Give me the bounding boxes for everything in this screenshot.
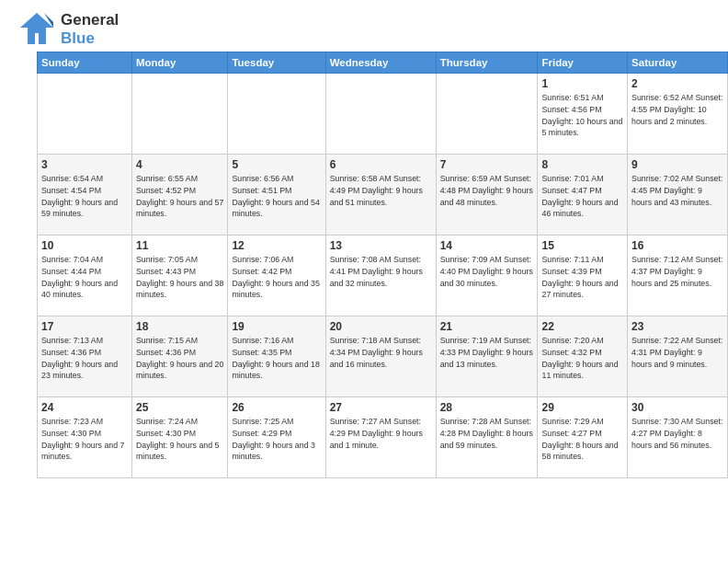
calendar-cell: 8Sunrise: 7:01 AM Sunset: 4:47 PM Daylig… [538,155,628,236]
day-info: Sunrise: 7:02 AM Sunset: 4:45 PM Dayligh… [631,173,723,208]
day-info: Sunrise: 7:19 AM Sunset: 4:33 PM Dayligh… [440,335,534,370]
day-number: 15 [541,239,623,252]
day-number: 30 [631,401,723,414]
day-info: Sunrise: 7:22 AM Sunset: 4:31 PM Dayligh… [631,335,723,370]
day-info: Sunrise: 7:05 AM Sunset: 4:43 PM Dayligh… [136,254,223,301]
day-number: 19 [232,320,321,333]
day-number: 1 [541,77,623,90]
day-info: Sunrise: 7:25 AM Sunset: 4:29 PM Dayligh… [232,416,321,463]
day-number: 18 [136,320,223,333]
day-number: 13 [330,239,432,252]
day-info: Sunrise: 6:58 AM Sunset: 4:49 PM Dayligh… [330,173,432,208]
day-info: Sunrise: 7:11 AM Sunset: 4:39 PM Dayligh… [541,254,623,301]
day-info: Sunrise: 7:27 AM Sunset: 4:29 PM Dayligh… [330,416,432,451]
day-number: 4 [136,158,223,171]
day-number: 21 [440,320,534,333]
calendar-cell: 5Sunrise: 6:56 AM Sunset: 4:51 PM Daylig… [228,155,325,236]
logo-icon [18,11,55,48]
calendar-cell [436,74,538,155]
day-info: Sunrise: 7:13 AM Sunset: 4:36 PM Dayligh… [41,335,128,382]
calendar-cell: 3Sunrise: 6:54 AM Sunset: 4:54 PM Daylig… [38,155,132,236]
logo-text: General Blue [61,11,119,47]
calendar-cell: 21Sunrise: 7:19 AM Sunset: 4:33 PM Dayli… [436,316,538,397]
day-number: 12 [232,239,321,252]
weekday-header-saturday: Saturday [628,52,728,74]
calendar-cell [228,74,325,155]
calendar-cell: 17Sunrise: 7:13 AM Sunset: 4:36 PM Dayli… [38,316,132,397]
day-number: 26 [232,401,321,414]
calendar-cell [131,74,227,155]
day-number: 3 [41,158,128,171]
day-info: Sunrise: 7:16 AM Sunset: 4:35 PM Dayligh… [232,335,321,382]
calendar-cell: 1Sunrise: 6:51 AM Sunset: 4:56 PM Daylig… [538,74,628,155]
day-number: 27 [330,401,432,414]
calendar-cell: 20Sunrise: 7:18 AM Sunset: 4:34 PM Dayli… [325,316,436,397]
day-number: 7 [440,158,534,171]
calendar-table: SundayMondayTuesdayWednesdayThursdayFrid… [37,52,728,478]
calendar-cell: 7Sunrise: 6:59 AM Sunset: 4:48 PM Daylig… [436,155,538,236]
weekday-header-thursday: Thursday [436,52,538,74]
day-info: Sunrise: 7:09 AM Sunset: 4:40 PM Dayligh… [440,254,534,289]
calendar-cell: 15Sunrise: 7:11 AM Sunset: 4:39 PM Dayli… [538,236,628,316]
weekday-header-monday: Monday [131,52,227,74]
day-number: 24 [41,401,128,414]
day-number: 20 [330,320,432,333]
weekday-header-sunday: Sunday [38,52,132,74]
calendar-cell: 23Sunrise: 7:22 AM Sunset: 4:31 PM Dayli… [628,316,728,397]
header: General Blue [0,0,728,52]
calendar-cell: 26Sunrise: 7:25 AM Sunset: 4:29 PM Dayli… [228,397,325,478]
day-info: Sunrise: 7:06 AM Sunset: 4:42 PM Dayligh… [232,254,321,301]
day-number: 28 [440,401,534,414]
day-info: Sunrise: 7:04 AM Sunset: 4:44 PM Dayligh… [41,254,128,301]
day-info: Sunrise: 7:28 AM Sunset: 4:28 PM Dayligh… [440,416,534,451]
day-number: 2 [631,77,723,90]
calendar-cell: 13Sunrise: 7:08 AM Sunset: 4:41 PM Dayli… [325,236,436,316]
calendar-cell: 25Sunrise: 7:24 AM Sunset: 4:30 PM Dayli… [131,397,227,478]
day-number: 22 [541,320,623,333]
day-info: Sunrise: 6:54 AM Sunset: 4:54 PM Dayligh… [41,173,128,220]
calendar-cell: 4Sunrise: 6:55 AM Sunset: 4:52 PM Daylig… [131,155,227,236]
day-info: Sunrise: 6:51 AM Sunset: 4:56 PM Dayligh… [541,92,623,139]
day-info: Sunrise: 7:15 AM Sunset: 4:36 PM Dayligh… [136,335,223,382]
day-number: 23 [631,320,723,333]
calendar-cell: 18Sunrise: 7:15 AM Sunset: 4:36 PM Dayli… [131,316,227,397]
logo: General Blue [18,11,119,48]
calendar-cell: 9Sunrise: 7:02 AM Sunset: 4:45 PM Daylig… [628,155,728,236]
day-number: 6 [330,158,432,171]
calendar-cell: 22Sunrise: 7:20 AM Sunset: 4:32 PM Dayli… [538,316,628,397]
calendar-cell: 14Sunrise: 7:09 AM Sunset: 4:40 PM Dayli… [436,236,538,316]
day-info: Sunrise: 6:52 AM Sunset: 4:55 PM Dayligh… [631,92,723,127]
day-info: Sunrise: 7:30 AM Sunset: 4:27 PM Dayligh… [631,416,723,451]
day-info: Sunrise: 6:56 AM Sunset: 4:51 PM Dayligh… [232,173,321,220]
calendar-cell: 16Sunrise: 7:12 AM Sunset: 4:37 PM Dayli… [628,236,728,316]
calendar-cell: 10Sunrise: 7:04 AM Sunset: 4:44 PM Dayli… [38,236,132,316]
day-info: Sunrise: 7:01 AM Sunset: 4:47 PM Dayligh… [541,173,623,220]
weekday-header-friday: Friday [538,52,628,74]
calendar-cell: 28Sunrise: 7:28 AM Sunset: 4:28 PM Dayli… [436,397,538,478]
day-number: 29 [541,401,623,414]
calendar-cell: 11Sunrise: 7:05 AM Sunset: 4:43 PM Dayli… [131,236,227,316]
day-info: Sunrise: 7:23 AM Sunset: 4:30 PM Dayligh… [41,416,128,463]
calendar-cell: 19Sunrise: 7:16 AM Sunset: 4:35 PM Dayli… [228,316,325,397]
day-info: Sunrise: 7:18 AM Sunset: 4:34 PM Dayligh… [330,335,432,370]
day-number: 25 [136,401,223,414]
day-number: 9 [631,158,723,171]
day-number: 11 [136,239,223,252]
day-info: Sunrise: 6:55 AM Sunset: 4:52 PM Dayligh… [136,173,223,220]
day-info: Sunrise: 7:20 AM Sunset: 4:32 PM Dayligh… [541,335,623,382]
calendar-cell: 27Sunrise: 7:27 AM Sunset: 4:29 PM Dayli… [325,397,436,478]
calendar-cell [325,74,436,155]
day-number: 10 [41,239,128,252]
day-number: 17 [41,320,128,333]
calendar-cell [38,74,132,155]
calendar-cell: 2Sunrise: 6:52 AM Sunset: 4:55 PM Daylig… [628,74,728,155]
day-info: Sunrise: 7:29 AM Sunset: 4:27 PM Dayligh… [541,416,623,463]
calendar-cell: 12Sunrise: 7:06 AM Sunset: 4:42 PM Dayli… [228,236,325,316]
day-info: Sunrise: 7:12 AM Sunset: 4:37 PM Dayligh… [631,254,723,289]
day-number: 14 [440,239,534,252]
day-info: Sunrise: 7:24 AM Sunset: 4:30 PM Dayligh… [136,416,223,463]
calendar-cell: 29Sunrise: 7:29 AM Sunset: 4:27 PM Dayli… [538,397,628,478]
calendar-cell: 30Sunrise: 7:30 AM Sunset: 4:27 PM Dayli… [628,397,728,478]
calendar-cell: 6Sunrise: 6:58 AM Sunset: 4:49 PM Daylig… [325,155,436,236]
day-number: 8 [541,158,623,171]
